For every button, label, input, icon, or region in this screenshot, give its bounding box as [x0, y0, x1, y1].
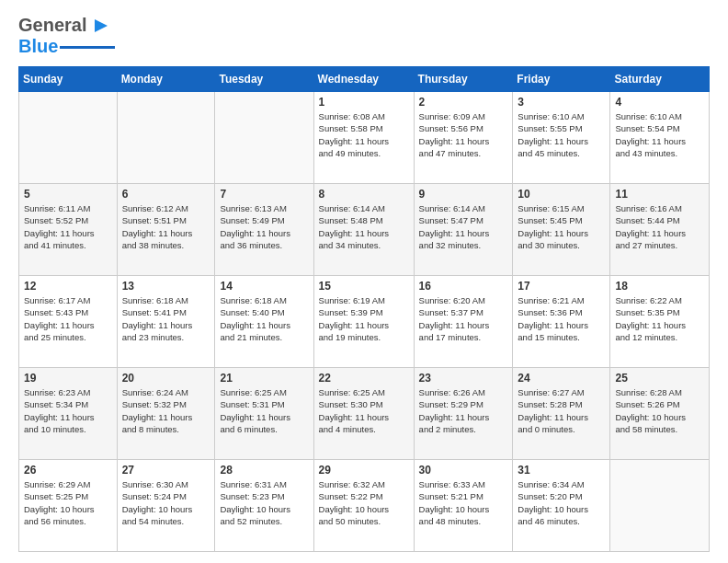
calendar-cell: 25Sunrise: 6:28 AM Sunset: 5:26 PM Dayli…: [610, 368, 710, 460]
logo-triangle-icon: [87, 16, 108, 36]
calendar-cell: 23Sunrise: 6:26 AM Sunset: 5:29 PM Dayli…: [414, 368, 513, 460]
day-info: Sunrise: 6:09 AM Sunset: 5:56 PM Dayligh…: [419, 110, 508, 159]
calendar-cell: 7Sunrise: 6:13 AM Sunset: 5:49 PM Daylig…: [215, 184, 313, 276]
day-info: Sunrise: 6:11 AM Sunset: 5:52 PM Dayligh…: [24, 202, 112, 251]
week-row-5: 26Sunrise: 6:29 AM Sunset: 5:25 PM Dayli…: [19, 460, 710, 552]
calendar-cell: 8Sunrise: 6:14 AM Sunset: 5:48 PM Daylig…: [313, 184, 414, 276]
day-info: Sunrise: 6:20 AM Sunset: 5:37 PM Dayligh…: [419, 294, 508, 343]
svg-marker-0: [95, 19, 108, 32]
day-number: 27: [122, 464, 210, 477]
weekday-thursday: Thursday: [414, 67, 513, 92]
day-number: 26: [24, 464, 112, 477]
day-number: 9: [419, 188, 508, 201]
day-number: 11: [615, 188, 704, 201]
calendar-cell: 22Sunrise: 6:25 AM Sunset: 5:30 PM Dayli…: [313, 368, 414, 460]
day-number: 31: [518, 464, 605, 477]
day-info: Sunrise: 6:31 AM Sunset: 5:23 PM Dayligh…: [220, 478, 308, 527]
day-info: Sunrise: 6:34 AM Sunset: 5:20 PM Dayligh…: [518, 478, 605, 527]
day-number: 8: [319, 188, 409, 201]
day-info: Sunrise: 6:14 AM Sunset: 5:47 PM Dayligh…: [419, 202, 508, 251]
day-info: Sunrise: 6:17 AM Sunset: 5:43 PM Dayligh…: [24, 294, 112, 343]
weekday-monday: Monday: [117, 67, 215, 92]
day-info: Sunrise: 6:18 AM Sunset: 5:41 PM Dayligh…: [122, 294, 210, 343]
weekday-friday: Friday: [513, 67, 610, 92]
day-number: 2: [419, 96, 508, 109]
day-number: 15: [319, 280, 409, 293]
week-row-1: 1Sunrise: 6:08 AM Sunset: 5:58 PM Daylig…: [19, 92, 710, 184]
calendar-cell: 13Sunrise: 6:18 AM Sunset: 5:41 PM Dayli…: [117, 276, 215, 368]
day-info: Sunrise: 6:18 AM Sunset: 5:40 PM Dayligh…: [220, 294, 308, 343]
day-number: 24: [518, 372, 605, 385]
calendar-cell: [117, 92, 215, 184]
calendar-cell: [215, 92, 313, 184]
calendar-cell: 15Sunrise: 6:19 AM Sunset: 5:39 PM Dayli…: [313, 276, 414, 368]
day-number: 1: [319, 96, 409, 109]
day-number: 3: [518, 96, 605, 109]
calendar-page: General Blue SundayMondayTuesdayWednesda…: [0, 0, 728, 563]
day-info: Sunrise: 6:10 AM Sunset: 5:55 PM Dayligh…: [518, 110, 605, 159]
calendar-cell: 12Sunrise: 6:17 AM Sunset: 5:43 PM Dayli…: [19, 276, 118, 368]
calendar-cell: 6Sunrise: 6:12 AM Sunset: 5:51 PM Daylig…: [117, 184, 215, 276]
day-info: Sunrise: 6:19 AM Sunset: 5:39 PM Dayligh…: [319, 294, 409, 343]
day-number: 22: [319, 372, 409, 385]
calendar-cell: 20Sunrise: 6:24 AM Sunset: 5:32 PM Dayli…: [117, 368, 215, 460]
day-number: 19: [24, 372, 112, 385]
weekday-tuesday: Tuesday: [215, 67, 313, 92]
weekday-sunday: Sunday: [19, 67, 118, 92]
day-info: Sunrise: 6:33 AM Sunset: 5:21 PM Dayligh…: [419, 478, 508, 527]
day-info: Sunrise: 6:15 AM Sunset: 5:45 PM Dayligh…: [518, 202, 605, 251]
calendar-cell: 19Sunrise: 6:23 AM Sunset: 5:34 PM Dayli…: [19, 368, 118, 460]
calendar-cell: 3Sunrise: 6:10 AM Sunset: 5:55 PM Daylig…: [513, 92, 610, 184]
day-number: 7: [220, 188, 308, 201]
calendar-table: SundayMondayTuesdayWednesdayThursdayFrid…: [18, 66, 710, 552]
day-info: Sunrise: 6:13 AM Sunset: 5:49 PM Dayligh…: [220, 202, 308, 251]
day-info: Sunrise: 6:10 AM Sunset: 5:54 PM Dayligh…: [615, 110, 704, 159]
calendar-cell: 16Sunrise: 6:20 AM Sunset: 5:37 PM Dayli…: [414, 276, 513, 368]
calendar-cell: 9Sunrise: 6:14 AM Sunset: 5:47 PM Daylig…: [414, 184, 513, 276]
day-info: Sunrise: 6:21 AM Sunset: 5:36 PM Dayligh…: [518, 294, 605, 343]
calendar-cell: 4Sunrise: 6:10 AM Sunset: 5:54 PM Daylig…: [610, 92, 710, 184]
calendar-cell: 21Sunrise: 6:25 AM Sunset: 5:31 PM Dayli…: [215, 368, 313, 460]
day-info: Sunrise: 6:25 AM Sunset: 5:31 PM Dayligh…: [220, 386, 308, 435]
day-info: Sunrise: 6:29 AM Sunset: 5:25 PM Dayligh…: [24, 478, 112, 527]
day-number: 30: [419, 464, 508, 477]
day-number: 6: [122, 188, 210, 201]
day-info: Sunrise: 6:12 AM Sunset: 5:51 PM Dayligh…: [122, 202, 210, 251]
day-number: 12: [24, 280, 112, 293]
logo: General Blue: [18, 15, 115, 57]
calendar-cell: 10Sunrise: 6:15 AM Sunset: 5:45 PM Dayli…: [513, 184, 610, 276]
day-number: 18: [615, 280, 704, 293]
day-info: Sunrise: 6:16 AM Sunset: 5:44 PM Dayligh…: [615, 202, 704, 251]
calendar-cell: 29Sunrise: 6:32 AM Sunset: 5:22 PM Dayli…: [313, 460, 414, 552]
day-info: Sunrise: 6:27 AM Sunset: 5:28 PM Dayligh…: [518, 386, 605, 435]
calendar-cell: 1Sunrise: 6:08 AM Sunset: 5:58 PM Daylig…: [313, 92, 414, 184]
calendar-cell: 14Sunrise: 6:18 AM Sunset: 5:40 PM Dayli…: [215, 276, 313, 368]
day-info: Sunrise: 6:25 AM Sunset: 5:30 PM Dayligh…: [319, 386, 409, 435]
day-number: 29: [319, 464, 409, 477]
weekday-saturday: Saturday: [610, 67, 710, 92]
week-row-3: 12Sunrise: 6:17 AM Sunset: 5:43 PM Dayli…: [19, 276, 710, 368]
day-number: 23: [419, 372, 508, 385]
header: General Blue: [18, 15, 710, 57]
weekday-header-row: SundayMondayTuesdayWednesdayThursdayFrid…: [19, 67, 710, 92]
logo-blue-text: Blue: [18, 36, 58, 57]
calendar-cell: 26Sunrise: 6:29 AM Sunset: 5:25 PM Dayli…: [19, 460, 118, 552]
day-number: 28: [220, 464, 308, 477]
calendar-cell: [19, 92, 118, 184]
day-info: Sunrise: 6:24 AM Sunset: 5:32 PM Dayligh…: [122, 386, 210, 435]
day-number: 20: [122, 372, 210, 385]
weekday-wednesday: Wednesday: [313, 67, 414, 92]
calendar-cell: 18Sunrise: 6:22 AM Sunset: 5:35 PM Dayli…: [610, 276, 710, 368]
calendar-cell: 28Sunrise: 6:31 AM Sunset: 5:23 PM Dayli…: [215, 460, 313, 552]
day-number: 21: [220, 372, 308, 385]
week-row-2: 5Sunrise: 6:11 AM Sunset: 5:52 PM Daylig…: [19, 184, 710, 276]
day-number: 14: [220, 280, 308, 293]
logo-general-text: General: [18, 15, 86, 36]
calendar-cell: 17Sunrise: 6:21 AM Sunset: 5:36 PM Dayli…: [513, 276, 610, 368]
calendar-cell: 2Sunrise: 6:09 AM Sunset: 5:56 PM Daylig…: [414, 92, 513, 184]
day-info: Sunrise: 6:26 AM Sunset: 5:29 PM Dayligh…: [419, 386, 508, 435]
calendar-cell: 27Sunrise: 6:30 AM Sunset: 5:24 PM Dayli…: [117, 460, 215, 552]
week-row-4: 19Sunrise: 6:23 AM Sunset: 5:34 PM Dayli…: [19, 368, 710, 460]
day-info: Sunrise: 6:22 AM Sunset: 5:35 PM Dayligh…: [615, 294, 704, 343]
calendar-cell: 24Sunrise: 6:27 AM Sunset: 5:28 PM Dayli…: [513, 368, 610, 460]
